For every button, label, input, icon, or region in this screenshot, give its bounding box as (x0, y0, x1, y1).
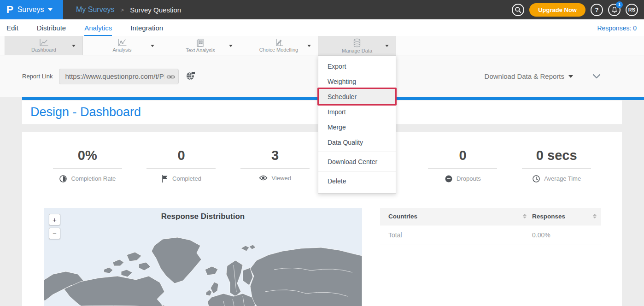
breadcrumb-my-surveys[interactable]: My Surveys (76, 6, 115, 14)
manage-data-dropdown-menu: Export Weighting Scheduler Import Merge … (318, 55, 396, 194)
app-logo-menu[interactable]: P Surveys (0, 0, 63, 19)
analytics-toolbar: Dashboard Analysis Text Analysis Choice … (0, 36, 644, 55)
tab-choice-modelling[interactable]: Choice Modelling (240, 36, 318, 55)
menu-item-import[interactable]: Import (318, 104, 396, 119)
questionpro-logo-icon: P (6, 5, 13, 15)
breadcrumb-separator: > (121, 6, 124, 13)
chevron-down-icon[interactable] (307, 45, 311, 47)
upgrade-now-button[interactable]: Upgrade Now (529, 3, 585, 17)
menu-divider (318, 171, 396, 171)
chevron-down-icon (48, 8, 53, 11)
menu-item-scheduler[interactable]: Scheduler (318, 89, 396, 104)
total-label: Total (380, 231, 532, 239)
minus-circle-icon (445, 175, 453, 183)
sort-countries-icon[interactable] (523, 214, 527, 218)
response-distribution-map: Response Distribution + − (44, 208, 362, 306)
globe-privacy-button[interactable] (186, 71, 196, 82)
nav-item-distribute[interactable]: Distribute (37, 24, 66, 36)
menu-item-delete[interactable]: Delete (318, 173, 396, 188)
analysis-chart-icon (117, 39, 127, 47)
report-link-label: Report Link (22, 73, 53, 80)
menu-item-data-quality[interactable]: Data Quality (318, 135, 396, 150)
map-zoom-in-button[interactable]: + (49, 214, 60, 225)
eye-icon (259, 175, 268, 181)
top-bar: P Surveys My Surveys > Survey Question U… (0, 0, 644, 19)
database-icon (352, 38, 362, 47)
report-link-input[interactable] (59, 69, 178, 84)
topbar-actions: Upgrade Now ? 1 RS (512, 3, 644, 17)
menu-item-weighting[interactable]: Weighting (318, 74, 396, 89)
total-responses-value: 0.00% (532, 231, 601, 239)
menu-item-export[interactable]: Export (318, 59, 396, 74)
chevron-down-icon[interactable] (229, 45, 233, 47)
stat-completed: 0 Completed (135, 148, 228, 183)
breadcrumb-current: Survey Question (130, 6, 181, 14)
sort-responses-icon[interactable] (593, 214, 597, 218)
stat-dropouts: 0 Dropouts (416, 148, 510, 183)
clock-icon (532, 175, 540, 183)
stat-completion-rate: 0% Completion Rate (41, 148, 135, 183)
stat-viewed: 3 Viewed (228, 148, 322, 183)
chevron-down-icon[interactable] (151, 45, 154, 47)
collapse-panel-chevron[interactable] (592, 72, 601, 81)
document-grid-icon (196, 39, 205, 47)
page-title: Design - Dashboard (30, 105, 141, 119)
nav-item-edit[interactable]: Edit (6, 24, 18, 36)
menu-divider (318, 152, 396, 152)
stat-average-time: 0 secs Average Time (509, 148, 603, 183)
breadcrumb: My Surveys > Survey Question (76, 6, 181, 14)
tab-dashboard[interactable]: Dashboard (5, 36, 83, 55)
world-map[interactable] (44, 227, 362, 306)
countries-table: Countries Responses Total 0.00% (380, 208, 601, 245)
countries-table-header: Countries Responses (380, 208, 601, 225)
avatar[interactable]: RS (626, 4, 638, 16)
download-data-reports-dropdown[interactable]: Download Data & Reports (485, 72, 573, 80)
report-bar-right: Download Data & Reports (485, 72, 644, 81)
notifications-button[interactable]: 1 (608, 4, 621, 16)
scatter-chart-icon (274, 39, 283, 47)
menu-item-merge[interactable]: Merge (318, 119, 396, 135)
nav-item-integration[interactable]: Integration (130, 24, 163, 36)
menu-item-download-center[interactable]: Download Center (318, 154, 396, 169)
tab-manage-data[interactable]: Manage Data (318, 36, 396, 55)
responses-column-header: Responses (532, 213, 565, 220)
map-title: Response Distribution (44, 208, 362, 221)
survey-nav: Edit Distribute Analytics Integration Re… (0, 19, 644, 36)
search-button[interactable] (512, 4, 524, 16)
tab-text-analysis[interactable]: Text Analysis (161, 36, 240, 55)
chevron-down-icon[interactable] (72, 45, 76, 47)
help-button[interactable]: ? (591, 4, 603, 16)
line-chart-icon (39, 39, 48, 47)
table-row: Total 0.00% (380, 225, 601, 245)
globe-lock-icon (186, 71, 196, 81)
search-icon (515, 6, 521, 13)
countries-column-header: Countries (388, 213, 417, 220)
completion-rate-icon (59, 175, 67, 183)
responses-count: Responses: 0 (597, 24, 637, 36)
chevron-down-icon[interactable] (385, 45, 389, 47)
brand-label: Surveys (18, 6, 44, 14)
nav-item-analytics[interactable]: Analytics (84, 24, 112, 36)
tab-analysis[interactable]: Analysis (83, 36, 161, 55)
flag-icon (161, 175, 169, 183)
report-link-field (59, 69, 179, 84)
link-icon[interactable] (166, 73, 175, 83)
notification-count-badge: 1 (616, 1, 623, 8)
chevron-down-icon (568, 75, 573, 78)
lower-row: Response Distribution + − (22, 208, 622, 306)
